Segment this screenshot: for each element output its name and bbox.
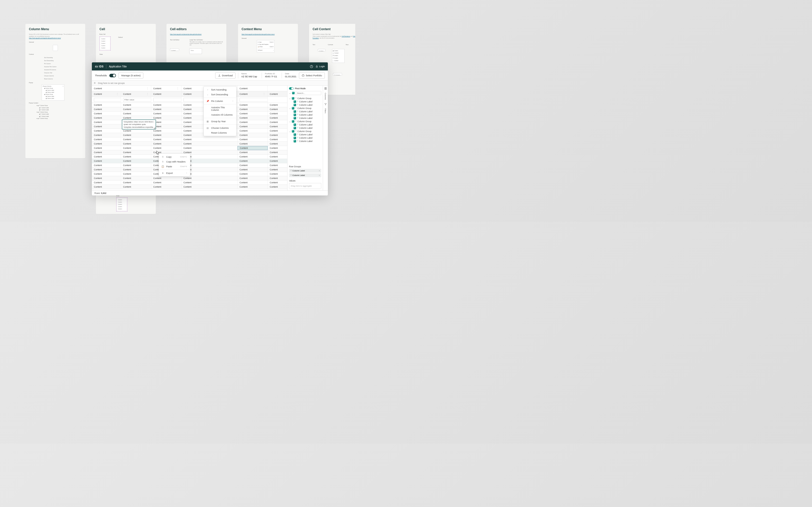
table-cell[interactable]: Content <box>268 168 287 172</box>
table-cell[interactable]: Content <box>92 180 121 184</box>
filter-input[interactable] <box>240 98 268 102</box>
table-cell[interactable]: Content <box>238 120 268 124</box>
table-row[interactable]: ContentContentContentContentContentConte… <box>92 129 287 133</box>
table-cell[interactable]: Content <box>182 176 238 180</box>
checkbox[interactable] <box>294 117 296 119</box>
manage-button[interactable]: Manage (5 active) <box>118 72 143 78</box>
checkbox[interactable] <box>294 110 296 113</box>
table-row[interactable]: ContentContentContentContentContentConte… <box>92 146 287 150</box>
menu-pin-column[interactable]: 📌Pin Column› <box>204 99 236 103</box>
checkbox[interactable] <box>294 104 296 106</box>
checkbox[interactable] <box>292 120 294 123</box>
menu-sort-desc[interactable]: ↓Sort Descending <box>204 92 236 97</box>
table-cell[interactable]: Content <box>121 142 151 146</box>
table-row[interactable]: ContentContentContentContentContentConte… <box>92 185 287 189</box>
table-cell[interactable]: Content <box>92 146 121 150</box>
drag-icon[interactable]: ⠿ <box>297 114 298 116</box>
table-cell[interactable]: Content <box>268 176 287 180</box>
table-row[interactable]: ContentContentContentContentContentConte… <box>92 124 287 129</box>
table-cell[interactable]: Content <box>92 159 121 163</box>
table-cell[interactable]: Content <box>268 172 287 176</box>
table-row[interactable]: ContentContentContentContentContentConte… <box>92 107 287 112</box>
row-group-bar[interactable]: Drag here to set row groups <box>92 80 328 86</box>
table-cell[interactable]: Content <box>151 142 182 146</box>
table-row[interactable]: ContentContentContentContentContentConte… <box>92 103 287 107</box>
table-cell[interactable]: Content <box>151 185 182 189</box>
table-cell[interactable]: Content <box>151 176 182 180</box>
table-cell[interactable]: Content <box>92 155 121 159</box>
table-cell[interactable]: Content <box>121 155 151 159</box>
table-cell[interactable]: Content <box>92 120 121 124</box>
table-cell[interactable]: Content <box>238 124 268 128</box>
subheader-cell[interactable]: Content <box>268 91 287 97</box>
menu-autosize-this[interactable]: Autosize This Column <box>204 105 236 112</box>
table-cell[interactable]: Content <box>268 103 287 107</box>
table-cell[interactable]: Content <box>121 150 151 154</box>
context-export[interactable]: ⬇Export› <box>159 171 190 175</box>
tree-group[interactable]: ⌄⠿Column Group <box>289 107 321 110</box>
header-cell[interactable]: Content <box>238 86 268 91</box>
table-cell[interactable]: Content <box>238 112 268 116</box>
drag-icon[interactable]: ⠿ <box>295 97 297 99</box>
table-cell[interactable]: Content <box>268 146 287 150</box>
table-cell[interactable]: Content <box>238 107 268 111</box>
download-button[interactable]: Download <box>215 72 236 78</box>
table-row[interactable]: ContentContentContentContentContentConte… <box>92 112 287 116</box>
drag-icon[interactable]: ⠿ <box>297 110 298 113</box>
table-cell[interactable]: Content <box>238 150 268 154</box>
table-cell[interactable]: Content <box>182 185 238 189</box>
checkbox[interactable] <box>292 107 294 110</box>
checkbox[interactable] <box>294 133 296 136</box>
table-cell[interactable]: Content <box>268 185 287 189</box>
table-cell[interactable]: Content <box>121 185 151 189</box>
table-cell[interactable]: Content <box>268 112 287 116</box>
table-cell[interactable]: Content <box>151 137 182 142</box>
table-cell[interactable]: Content <box>121 163 151 167</box>
checkbox[interactable] <box>292 97 294 100</box>
checkbox[interactable] <box>294 114 296 116</box>
table-cell[interactable]: Content <box>182 146 238 150</box>
tree-item[interactable]: ⠿Column Label <box>289 116 321 120</box>
table-cell[interactable]: Content <box>268 124 287 128</box>
thresholds-toggle[interactable] <box>109 74 116 77</box>
table-cell[interactable]: Content <box>92 168 121 172</box>
table-cell[interactable]: Content <box>268 107 287 111</box>
context-copy-headers[interactable]: ⎘Copy with Headers <box>159 159 190 164</box>
table-cell[interactable]: Content <box>92 142 121 146</box>
remove-chip-icon[interactable]: × <box>319 170 320 172</box>
tree-item[interactable]: ⠿Column Label <box>289 126 321 129</box>
table-row[interactable]: ContentContentContentContentContentConte… <box>92 142 287 146</box>
table-cell[interactable]: Content <box>151 103 182 107</box>
select-all-checkbox[interactable]: ✓ <box>292 92 295 94</box>
drag-icon[interactable]: ⠿ <box>297 136 298 139</box>
table-cell[interactable]: Content <box>238 176 268 180</box>
table-cell[interactable]: Content <box>182 137 238 142</box>
header-cell[interactable] <box>268 86 287 91</box>
drag-icon[interactable]: ⠿ <box>297 133 298 135</box>
table-cell[interactable]: Content <box>151 146 182 150</box>
checkbox[interactable] <box>294 140 296 143</box>
table-cell[interactable]: Content <box>268 120 287 124</box>
table-cell[interactable]: Content <box>121 107 151 111</box>
table-cell[interactable]: Content <box>121 180 151 184</box>
large-text-editor[interactable]: Voluptates vitae rerum nihil libero quae… <box>122 119 156 129</box>
chevron-down-icon[interactable]: ⌄ <box>289 130 291 132</box>
table-cell[interactable]: Content <box>151 112 182 116</box>
table-row[interactable]: ContentContentContentContentContentConte… <box>92 180 287 185</box>
chevron-down-icon[interactable]: ⌄ <box>289 92 291 94</box>
checkbox[interactable] <box>294 123 296 126</box>
table-cell[interactable]: Content <box>121 137 151 142</box>
table-cell[interactable]: Content <box>268 155 287 159</box>
menu-reset-columns[interactable]: Reset Columns <box>204 130 236 135</box>
table-cell[interactable]: Content <box>268 133 287 137</box>
table-cell[interactable]: Content <box>92 116 121 120</box>
tree-item[interactable]: ⠿Column Label <box>289 133 321 136</box>
chevron-down-icon[interactable]: ⌄ <box>289 97 291 100</box>
table-row[interactable]: ContentContentContentContentContentConte… <box>92 133 287 137</box>
table-cell[interactable]: Content <box>121 159 151 163</box>
table-cell[interactable]: Content <box>238 103 268 107</box>
header-cell[interactable]: Content⋮ <box>151 86 182 91</box>
drag-icon[interactable]: ⠿ <box>297 140 298 142</box>
table-cell[interactable]: Content <box>121 176 151 180</box>
table-row[interactable]: ContentContentContentContentContentConte… <box>92 176 287 180</box>
